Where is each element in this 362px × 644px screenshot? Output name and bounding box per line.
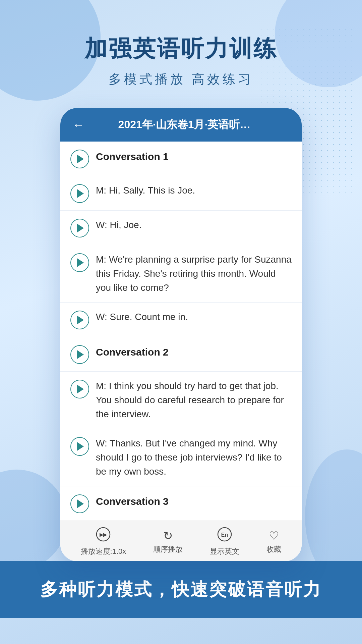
play-icon-1: [77, 155, 84, 163]
play-button-5[interactable]: [70, 311, 89, 329]
conversation-title-1: Conversation 1: [96, 149, 292, 164]
play-icon-6: [77, 350, 84, 359]
english-icon: En: [217, 527, 232, 544]
list-item: W: Sure. Count me in.: [60, 303, 302, 337]
loop-label: 顺序播放: [153, 544, 183, 554]
heart-icon: ♡: [269, 529, 279, 542]
list-item: Conversation 1: [60, 142, 302, 176]
play-button-6[interactable]: [70, 345, 89, 364]
play-icon-9: [77, 499, 84, 508]
list-item: M: Hi, Sally. This is Joe.: [60, 176, 302, 211]
play-icon-4: [77, 258, 84, 267]
play-icon-2: [77, 189, 84, 198]
list-item: M: We're planning a surprise party for S…: [60, 245, 302, 303]
sub-title: 多模式播放 高效练习: [0, 71, 362, 88]
conversation-text-3: W: Hi, Joe.: [96, 218, 292, 232]
play-button-7[interactable]: [70, 380, 89, 398]
top-section: 加强英语听力训练 多模式播放 高效练习: [0, 0, 362, 108]
play-button-1[interactable]: [70, 150, 89, 168]
toolbar-english[interactable]: En 显示英文: [210, 527, 239, 556]
conversation-text-4: M: We're planning a surprise party for S…: [96, 253, 292, 295]
play-button-8[interactable]: [70, 437, 89, 456]
toolbar-speed[interactable]: ▶▶ 播放速度:1.0x: [81, 527, 126, 556]
svg-text:En: En: [221, 532, 228, 538]
conversation-title-3: Conversation 3: [96, 494, 292, 509]
list-item: W: Hi, Joe.: [60, 211, 302, 245]
main-title: 加强英语听力训练: [0, 34, 362, 64]
phone-header: ← 2021年·山东卷1月·英语听…: [60, 108, 302, 142]
toolbar-favorite[interactable]: ♡ 收藏: [266, 529, 281, 554]
phone-toolbar: ▶▶ 播放速度:1.0x ↻ 顺序播放 En 显示英文 ♡: [60, 521, 302, 561]
list-item: W: Thanks. But I've changed my mind. Why…: [60, 429, 302, 486]
conversation-text-5: W: Sure. Count me in.: [96, 310, 292, 324]
toolbar-loop[interactable]: ↻ 顺序播放: [153, 529, 183, 554]
play-button-4[interactable]: [70, 253, 89, 272]
play-icon-5: [77, 316, 84, 324]
conversation-text-8: W: Thanks. But I've changed my mind. Why…: [96, 436, 292, 479]
play-icon-8: [77, 442, 84, 451]
english-label: 显示英文: [210, 546, 239, 556]
phone-container: ← 2021年·山东卷1月·英语听… Conversation 1 M: Hi,…: [0, 108, 362, 561]
svg-text:▶▶: ▶▶: [100, 532, 107, 537]
back-button[interactable]: ←: [72, 118, 84, 132]
play-button-3[interactable]: [70, 219, 89, 237]
conversation-text-7: M: I think you should try hard to get th…: [96, 379, 292, 421]
phone-mockup: ← 2021年·山东卷1月·英语听… Conversation 1 M: Hi,…: [60, 108, 302, 561]
bottom-text: 多种听力模式，快速突破语音听力: [13, 578, 349, 601]
play-button-2[interactable]: [70, 184, 89, 203]
fav-label: 收藏: [266, 544, 281, 554]
conversation-list: Conversation 1 M: Hi, Sally. This is Joe…: [60, 142, 302, 521]
play-icon-3: [77, 224, 84, 232]
bottom-banner: 多种听力模式，快速突破语音听力: [0, 561, 362, 618]
loop-icon: ↻: [163, 529, 173, 542]
list-item: Conversation 3: [60, 486, 302, 521]
list-item: M: I think you should try hard to get th…: [60, 372, 302, 429]
speed-label: 播放速度:1.0x: [81, 546, 126, 556]
list-item: Conversation 2: [60, 337, 302, 372]
play-button-9[interactable]: [70, 494, 89, 513]
speed-icon: ▶▶: [96, 527, 111, 544]
header-title: 2021年·山东卷1月·英语听…: [91, 117, 278, 132]
conversation-title-2: Conversation 2: [96, 344, 292, 360]
conversation-text-2: M: Hi, Sally. This is Joe.: [96, 183, 292, 198]
play-icon-7: [77, 385, 84, 393]
